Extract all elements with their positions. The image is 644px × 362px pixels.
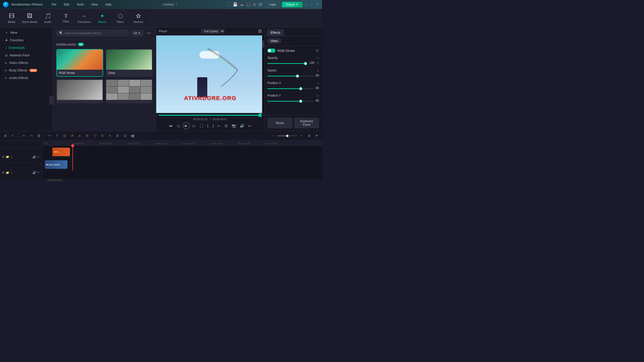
position-y-keyframe-icon[interactable]: ◇: [317, 94, 319, 97]
mine-header[interactable]: ▼ Mine: [1, 29, 52, 36]
timeline-select-button[interactable]: ↖: [10, 133, 16, 139]
filter-button[interactable]: All ▼: [131, 30, 143, 36]
zoom-in-button[interactable]: +: [298, 133, 305, 139]
timeline-layout-button[interactable]: ⊞: [306, 133, 312, 139]
mark-in-button[interactable]: {: [207, 123, 209, 129]
track-1-folder-icon[interactable]: 📁: [6, 171, 9, 174]
position-x-keyframe-icon[interactable]: ◇: [317, 81, 319, 85]
effect-blur[interactable]: [56, 79, 103, 103]
snapshot-icon[interactable]: 🖼: [258, 29, 262, 33]
position-x-handle[interactable]: [299, 87, 302, 90]
timeline-subtitle-button[interactable]: ≡: [107, 133, 113, 139]
effect-rgb-stroke[interactable]: RGB Stroke: [56, 49, 103, 77]
track-2-add-icon[interactable]: ⊞: [2, 155, 4, 158]
ripple-button[interactable]: ⊢: [217, 123, 221, 129]
timeline-delete-button[interactable]: 🗑: [35, 133, 42, 139]
menu-help[interactable]: Help: [104, 2, 113, 7]
cloud-icon[interactable]: ☁: [240, 2, 244, 7]
keyframe-panel-button[interactable]: Keyframe Panel: [294, 118, 319, 128]
timeline-undo-button[interactable]: ↩: [20, 133, 27, 139]
zoom-handle[interactable]: [286, 134, 289, 137]
undo-button[interactable]: ↩: [248, 123, 252, 129]
timeline-more-button[interactable]: ▼: [313, 133, 320, 139]
position-x-slider[interactable]: [267, 88, 314, 89]
export-button[interactable]: Export ▼: [282, 2, 302, 7]
timeline-ai-button[interactable]: ⚙: [114, 133, 121, 139]
menu-view[interactable]: View: [90, 2, 99, 7]
fullscreen-icon[interactable]: ⛶: [227, 2, 231, 7]
position-y-slider[interactable]: [267, 101, 314, 102]
sidebar-item-video-effects[interactable]: ▶ Video Effects: [1, 59, 52, 66]
effect-glow[interactable]: Glow: [106, 49, 152, 77]
track-2-audio-icon[interactable]: 🔊: [32, 155, 36, 159]
menu-edit[interactable]: Edit: [62, 2, 71, 7]
track-1-eye-icon[interactable]: 👁: [37, 171, 40, 174]
playhead[interactable]: [72, 146, 73, 158]
timeline-crop-button[interactable]: ⊡: [61, 133, 68, 139]
track-1-add-icon[interactable]: ⊞: [2, 171, 4, 174]
track-2-folder-icon[interactable]: 📁: [6, 155, 9, 158]
zoom-slider[interactable]: [277, 135, 297, 136]
effect-mosaic[interactable]: [106, 79, 152, 103]
effect-settings-icon[interactable]: ⚙: [316, 49, 319, 53]
toolbar-stock-media[interactable]: 🖼 Stock Media: [21, 11, 38, 26]
zoom-out-button[interactable]: −: [270, 133, 276, 139]
toolbar-stickers[interactable]: ✿ Stickers: [130, 11, 147, 26]
preview-scrollbar[interactable]: [262, 35, 264, 113]
maximize-button[interactable]: □: [310, 3, 313, 6]
position-y-handle[interactable]: [299, 100, 302, 103]
timeline-color-button[interactable]: ●: [76, 133, 83, 139]
play-button[interactable]: ▶: [183, 122, 190, 129]
speed-handle[interactable]: [296, 74, 299, 78]
toolbar-media[interactable]: 🎞 Media: [3, 11, 20, 26]
timeline-scrollbar[interactable]: [42, 179, 322, 181]
headphones-icon[interactable]: 🎧: [246, 2, 251, 7]
minimize-button[interactable]: ─: [304, 3, 308, 6]
timeline-grid-button[interactable]: ⊞: [2, 133, 9, 139]
timeline-pip-button[interactable]: ⊡: [122, 133, 128, 139]
toolbar-transitions[interactable]: ↔ Transitions: [75, 11, 93, 26]
menu-file[interactable]: File: [50, 2, 58, 7]
timeline-text-button[interactable]: T: [54, 133, 60, 139]
frame-forward-button[interactable]: ▷: [192, 123, 196, 129]
sidebar-item-audio-effects[interactable]: ▶ Audio Effects: [1, 74, 52, 82]
timeline-transform-button[interactable]: ⇄: [69, 133, 75, 139]
panel-collapse-button[interactable]: ‹: [49, 96, 53, 105]
opacity-keyframe-icon[interactable]: ◇: [317, 56, 319, 60]
tab-effects[interactable]: Effects: [267, 29, 284, 36]
subtab-video[interactable]: Video: [267, 38, 281, 44]
speed-slider[interactable]: [267, 76, 314, 76]
progress-handle[interactable]: [259, 113, 262, 117]
login-button[interactable]: Login: [265, 2, 280, 7]
toolbar-audio[interactable]: 🎵 Audio: [39, 11, 56, 26]
pip-button[interactable]: ⊡: [224, 123, 228, 129]
sidebar-item-body-effects[interactable]: ▶ Body Effects NEW: [1, 67, 52, 74]
volume-button[interactable]: 🔊: [239, 123, 245, 129]
progress-bar[interactable]: [159, 115, 262, 116]
timeline-effects-button[interactable]: ⚙: [84, 133, 91, 139]
rgb-stroke-toggle[interactable]: [267, 49, 275, 53]
toolbar-more-arrow[interactable]: ›: [148, 15, 154, 21]
reset-button[interactable]: Reset: [267, 118, 292, 128]
speed-keyframe-icon[interactable]: ◇: [317, 69, 319, 72]
search-input[interactable]: [65, 31, 126, 35]
mark-out-button[interactable]: }: [212, 123, 215, 129]
close-button[interactable]: ✕: [315, 3, 319, 6]
toolbar-filters[interactable]: ⬡ Filters: [112, 11, 129, 26]
more-options-button[interactable]: •••: [145, 30, 152, 36]
track-2-clip[interactable]: 🔶 R...: [52, 148, 70, 156]
track-1-clip[interactable]: ▶ user guide: [45, 160, 67, 169]
timeline-audio-button[interactable]: 🛡: [92, 133, 98, 139]
grid-icon[interactable]: ⊞: [253, 2, 256, 7]
opacity-handle[interactable]: [304, 62, 307, 65]
sidebar-item-material-pack[interactable]: ◎ Material Pack: [1, 52, 52, 59]
toolbar-titles[interactable]: T Titles: [57, 11, 74, 26]
timeline-scroll-thumb[interactable]: [47, 179, 62, 181]
save-icon[interactable]: 💾: [233, 2, 238, 7]
timeline-voiceover-button[interactable]: 🎙: [99, 133, 106, 139]
menu-tools[interactable]: Tools: [75, 2, 85, 7]
opacity-slider[interactable]: [267, 63, 307, 64]
timeline-cut-button[interactable]: ✂: [46, 133, 53, 139]
quality-select[interactable]: Full Quality: [201, 29, 225, 34]
sidebar-item-downloads[interactable]: ↓ Downloads: [1, 44, 52, 51]
